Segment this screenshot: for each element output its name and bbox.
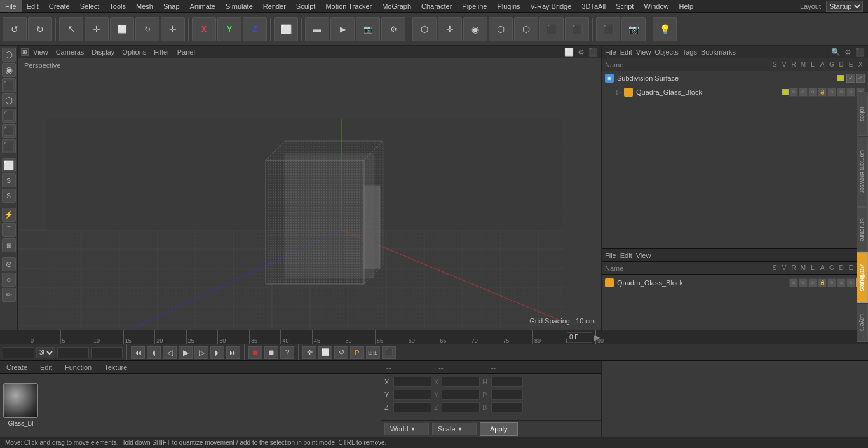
scale-tool-button[interactable]: ⬜ [110,17,134,41]
playback-tool-1[interactable]: ✛ [302,346,316,359]
frame-start-field[interactable]: 0 F [3,347,34,358]
attr-row-glass[interactable]: Quadra_Glass_Block ⊙ ⊙ ⊙ 🔒 ⊙ ⊙ ⊙ ⬛ [603,276,867,290]
glass-icon-6[interactable]: ⊙ [837,88,846,97]
transport-prev-button[interactable]: ⏴ [147,346,161,359]
layout-select[interactable]: Startup [826,1,863,12]
view-edges-button[interactable]: ⬡ [514,17,538,41]
transform-tool-button[interactable]: ✛ [161,17,185,41]
transport-next-button[interactable]: ⏵ [210,346,224,359]
attr-glass-icon-6[interactable]: ⊙ [837,278,846,287]
playback-tool-5[interactable]: ⊞⊞ [366,346,380,359]
vp-menu-view[interactable]: View [30,48,51,56]
attr-glass-icon-4[interactable]: 🔒 [818,278,827,287]
apply-button[interactable]: Apply [480,422,518,436]
menu-simulate[interactable]: Simulate [220,0,258,12]
obj-view-menu[interactable]: View [636,48,651,56]
attr-file-menu[interactable]: File [605,252,616,259]
playback-tool-6[interactable]: ⬛ [382,346,396,359]
attr-glass-icon-2[interactable]: ⊙ [799,278,808,287]
menu-character[interactable]: Character [416,0,457,12]
menu-help[interactable]: Help [674,0,699,12]
glass-block-expand[interactable]: ▷ [614,88,622,96]
vp-menu-options[interactable]: Options [119,48,149,56]
glass-icon-2[interactable]: ⊙ [799,88,808,97]
menu-3dtoall[interactable]: 3DTaAll [576,0,611,12]
world-dropdown[interactable]: World ▼ [384,423,429,435]
tool-select-rect[interactable]: ⬜ [2,158,16,172]
view-persp-button[interactable]: ⬛ [596,17,620,41]
mat-function-tab[interactable]: Function [62,363,95,371]
coord-y-rot[interactable]: 0 ° [491,390,523,400]
view-points-button[interactable]: ⬡ [489,17,513,41]
obj-more-icon[interactable]: ⬛ [855,48,865,57]
attr-glass-icon-3[interactable]: ⊙ [808,278,817,287]
mode-model-button[interactable]: ⬡ [2,48,16,62]
frame-total-field[interactable]: 90 F [91,347,123,358]
select-tool-button[interactable]: ↖ [59,17,83,41]
subdiv-check-v[interactable]: ✓ [846,74,855,83]
coord-y-size[interactable]: 0 cm [442,390,480,400]
menu-plugins[interactable]: Plugins [492,0,525,12]
tab-takes[interactable]: Takes [857,92,868,136]
scale-dropdown[interactable]: Scale ▼ [432,423,477,435]
obj-row-subdivision[interactable]: ⊞ Subdivision Surface ✓ ✓ [602,71,868,85]
object-mode-button[interactable]: ⬜ [274,17,298,41]
tab-structure[interactable]: Structure [857,207,868,252]
tool-live-select[interactable]: S [2,173,16,187]
transport-record[interactable]: ⏺ [248,346,262,359]
viewport-settings-icon[interactable]: ⚙ [578,48,585,57]
undo-button[interactable]: ↺ [3,17,27,41]
tool-brush[interactable]: S [2,189,16,203]
redo-button[interactable]: ↻ [28,17,52,41]
menu-create[interactable]: Create [44,0,75,12]
transport-first-button[interactable]: ⏮ [131,346,145,359]
material-thumbnail[interactable]: Glass_Bl [3,383,38,427]
menu-file[interactable]: File [0,0,22,12]
rotate-tool-button[interactable]: ↻ [135,17,159,41]
menu-window[interactable]: Window [639,0,674,12]
attr-glass-icon-5[interactable]: ⊙ [827,278,836,287]
obj-file-menu[interactable]: File [605,48,616,56]
transport-play-button[interactable]: ▶ [179,346,193,359]
playback-tool-2[interactable]: ⬜ [318,346,332,359]
menu-render[interactable]: Render [258,0,291,12]
mode-point-button[interactable]: ⬛ [2,109,16,123]
glass-icon-7[interactable]: ⊙ [846,88,855,97]
coord-z-rot[interactable]: 0 ° [491,402,523,412]
frame-current-field[interactable]: 90 F [57,347,89,358]
tab-attributes[interactable]: Attributes [857,252,868,303]
menu-tools[interactable]: Tools [104,0,131,12]
viewport-canvas[interactable]: Perspective [18,58,601,330]
mat-texture-tab[interactable]: Texture [101,363,130,371]
menu-edit[interactable]: Edit [22,0,44,12]
view-cube-button[interactable]: ⬡ [412,17,437,41]
render-region-button[interactable]: ▬ [305,17,329,41]
attr-edit-menu[interactable]: Edit [620,252,632,259]
vp-menu-filter[interactable]: Filter [151,48,172,56]
render-picture-button[interactable]: 📷 [356,17,380,41]
mode-edge-button[interactable]: ⬛ [2,124,16,138]
vp-menu-cameras[interactable]: Cameras [53,48,88,56]
mode-select-button[interactable]: ⬡ [2,93,16,107]
obj-search-icon[interactable]: 🔍 [831,48,841,57]
menu-pipeline[interactable]: Pipeline [457,0,492,12]
obj-bookmarks-menu[interactable]: Bookmarks [701,48,736,56]
mode-texture-button[interactable]: ◉ [2,63,16,77]
menu-motion-tracker[interactable]: Motion Tracker [320,0,377,12]
view-camera-button[interactable]: 📷 [621,17,646,41]
menu-script[interactable]: Script [611,0,639,12]
menu-snap[interactable]: Snap [158,0,185,12]
menu-mesh[interactable]: Mesh [131,0,158,12]
viewport[interactable]: ⊞ View Cameras Display Options Filter Pa… [18,46,601,330]
view-add-button[interactable]: ✛ [438,17,462,41]
tab-layers[interactable]: Layers [857,304,868,330]
coord-x-size[interactable]: 0 cm [442,377,480,387]
transport-help[interactable]: ? [280,346,294,359]
playback-tool-4[interactable]: P [350,346,364,359]
frame-indicator-input[interactable] [567,332,592,343]
obj-row-glass-block[interactable]: ▷ Quadra_Glass_Block ⊙ ⊙ ⊙ 🔒 ⊙ [602,85,868,99]
glass-icon-1[interactable]: ⊙ [789,88,798,97]
subdiv-check-r[interactable]: ✓ [856,74,865,83]
tool-array[interactable]: ⊞ [2,238,16,252]
obj-filter-icon[interactable]: ⚙ [844,48,851,57]
